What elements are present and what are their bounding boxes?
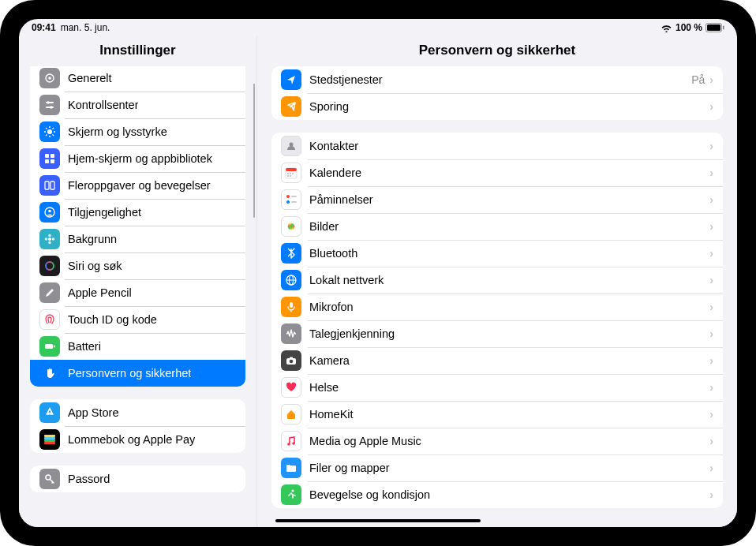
hand-icon bbox=[39, 363, 60, 383]
detail-item-kamera[interactable]: Kamera› bbox=[271, 347, 723, 374]
sidebar-item-label: App Store bbox=[68, 406, 119, 419]
svg-rect-51 bbox=[291, 201, 297, 203]
sidebar-item-label: Tilgjengelighet bbox=[68, 206, 141, 219]
detail-item-homekit[interactable]: HomeKit› bbox=[271, 401, 723, 428]
sidebar-item-fleroppgaver-og-bevegelser[interactable]: Fleroppgaver og bevegelser bbox=[30, 172, 245, 199]
gear-icon bbox=[39, 68, 60, 88]
chevron-right-icon: › bbox=[709, 220, 713, 233]
flower-icon bbox=[39, 229, 60, 249]
sidebar-item-label: Passord bbox=[68, 473, 110, 485]
svg-point-9 bbox=[47, 129, 52, 134]
sidebar-item-label: Personvern og sikkerhet bbox=[68, 367, 191, 380]
bluetooth-icon bbox=[281, 243, 301, 264]
home-indicator[interactable] bbox=[275, 519, 481, 522]
svg-point-28 bbox=[48, 241, 51, 245]
detail-item-sporing[interactable]: Sporing› bbox=[271, 93, 723, 120]
svg-line-14 bbox=[46, 128, 47, 129]
detail-item-lokalt-nettverk[interactable]: Lokalt nettverk› bbox=[271, 267, 723, 294]
detail-item-label: Kamera bbox=[309, 354, 350, 367]
sidebar-item-lommebok-og-apple-pay[interactable]: Lommebok og Apple Pay bbox=[30, 426, 245, 453]
calendar-icon bbox=[281, 163, 301, 183]
sidebar-list[interactable]: GenereltKontrollsenterSkjerm og lysstyrk… bbox=[19, 66, 256, 527]
sidebar-group: GenereltKontrollsenterSkjerm og lysstyrk… bbox=[30, 66, 245, 387]
svg-line-16 bbox=[46, 135, 47, 136]
detail-item-stedstjenester[interactable]: StedstjenesterPå› bbox=[271, 66, 723, 93]
svg-rect-34 bbox=[54, 346, 55, 348]
detail-item-media-og-apple-music[interactable]: Media og Apple Music› bbox=[271, 428, 723, 454]
svg-point-64 bbox=[292, 442, 295, 445]
sidebar-item-app-store[interactable]: App Store bbox=[30, 399, 245, 426]
wifi-icon bbox=[661, 24, 672, 32]
svg-rect-38 bbox=[44, 442, 55, 444]
status-time: 09:41 bbox=[32, 22, 56, 33]
fitness-icon bbox=[281, 484, 301, 505]
scrollbar[interactable] bbox=[253, 84, 256, 218]
chevron-right-icon: › bbox=[709, 327, 713, 340]
sidebar-item-batteri[interactable]: Batteri bbox=[30, 333, 245, 360]
svg-point-26 bbox=[48, 237, 51, 241]
svg-rect-19 bbox=[51, 154, 54, 158]
detail-item-bilder[interactable]: Bilder› bbox=[271, 213, 723, 240]
detail-item-bluetooth[interactable]: Bluetooth› bbox=[271, 240, 723, 267]
multi-icon bbox=[39, 175, 60, 196]
chevron-right-icon: › bbox=[709, 488, 713, 501]
svg-point-25 bbox=[48, 210, 51, 213]
sidebar-item-label: Bakgrunn bbox=[68, 233, 117, 245]
detail-item-label: Talegjenkjenning bbox=[309, 327, 395, 340]
svg-rect-59 bbox=[290, 302, 293, 308]
detail-item-label: Kalendere bbox=[309, 166, 361, 179]
detail-item-mikrofon[interactable]: Mikrofon› bbox=[271, 294, 723, 320]
detail-pane: Personvern og sikkerhet StedstjenesterPå… bbox=[257, 36, 737, 527]
svg-rect-23 bbox=[51, 181, 54, 189]
chevron-right-icon: › bbox=[709, 408, 713, 421]
sidebar-item-bakgrunn[interactable]: Bakgrunn bbox=[30, 226, 245, 252]
sidebar-item-skjerm-og-lysstyrke[interactable]: Skjerm og lysstyrke bbox=[30, 118, 245, 145]
svg-point-30 bbox=[52, 237, 55, 241]
detail-item-kontakter[interactable]: Kontakter› bbox=[271, 133, 723, 159]
svg-rect-33 bbox=[45, 344, 53, 349]
appstore-icon bbox=[39, 402, 60, 423]
svg-point-8 bbox=[50, 106, 53, 109]
svg-rect-18 bbox=[45, 154, 49, 158]
device-frame: 09:41 man. 5. jun. 100 % Innstillinger G… bbox=[0, 0, 756, 546]
battery-percent: 100 % bbox=[676, 22, 702, 33]
sidebar-item-tilgjengelighet[interactable]: Tilgjengelighet bbox=[30, 199, 245, 226]
svg-point-31 bbox=[43, 259, 57, 273]
chevron-right-icon: › bbox=[709, 462, 713, 474]
sidebar-item-apple-pencil[interactable]: Apple Pencil bbox=[30, 279, 245, 306]
camera-icon bbox=[281, 350, 301, 371]
sidebar-item-personvern-og-sikkerhet[interactable]: Personvern og sikkerhet bbox=[30, 360, 245, 387]
svg-line-17 bbox=[53, 128, 54, 129]
svg-rect-62 bbox=[290, 357, 293, 359]
svg-point-65 bbox=[291, 489, 294, 492]
person-icon bbox=[39, 202, 60, 223]
detail-item-bevegelse-og-kondisjon[interactable]: Bevegelse og kondisjon› bbox=[271, 481, 723, 508]
screen: 09:41 man. 5. jun. 100 % Innstillinger G… bbox=[19, 19, 737, 527]
battery-icon bbox=[39, 336, 60, 357]
chevron-right-icon: › bbox=[709, 354, 713, 367]
detail-title: Personvern og sikkerhet bbox=[257, 36, 737, 66]
detail-item-helse[interactable]: Helse› bbox=[271, 374, 723, 401]
sidebar-item-hjem-skjerm-og-appbibliotek[interactable]: Hjem-skjerm og appbibliotek bbox=[30, 145, 245, 172]
detail-list[interactable]: StedstjenesterPå›Sporing›Kontakter›Kalen… bbox=[257, 66, 737, 527]
sidebar-group: App StoreLommebok og Apple Pay bbox=[30, 399, 245, 453]
sidebar-item-passord[interactable]: Passord bbox=[30, 466, 245, 492]
detail-item-kalendere[interactable]: Kalendere› bbox=[271, 159, 723, 186]
detail-item-label: Media og Apple Music bbox=[309, 435, 421, 447]
detail-item-filer-og-mapper[interactable]: Filer og mapper› bbox=[271, 454, 723, 481]
sidebar-item-generelt[interactable]: Generelt bbox=[30, 66, 245, 92]
svg-point-40 bbox=[290, 143, 294, 147]
touch-icon bbox=[39, 309, 60, 330]
chevron-right-icon: › bbox=[709, 247, 713, 260]
sidebar-item-siri-og-s-k[interactable]: Siri og søk bbox=[30, 252, 245, 279]
status-date: man. 5. jun. bbox=[61, 22, 110, 33]
svg-point-7 bbox=[47, 101, 50, 104]
svg-rect-37 bbox=[44, 439, 55, 442]
sidebar-item-label: Lommebok og Apple Pay bbox=[68, 433, 195, 446]
wallet-icon bbox=[39, 429, 60, 450]
sidebar-item-kontrollsenter[interactable]: Kontrollsenter bbox=[30, 92, 245, 118]
sidebar-item-label: Hjem-skjerm og appbibliotek bbox=[68, 152, 212, 165]
detail-item-talegjenkjenning[interactable]: Talegjenkjenning› bbox=[271, 320, 723, 347]
sidebar-item-touch-id-og-kode[interactable]: Touch ID og kode bbox=[30, 306, 245, 333]
detail-item-p-minnelser[interactable]: Påminnelser› bbox=[271, 186, 723, 213]
